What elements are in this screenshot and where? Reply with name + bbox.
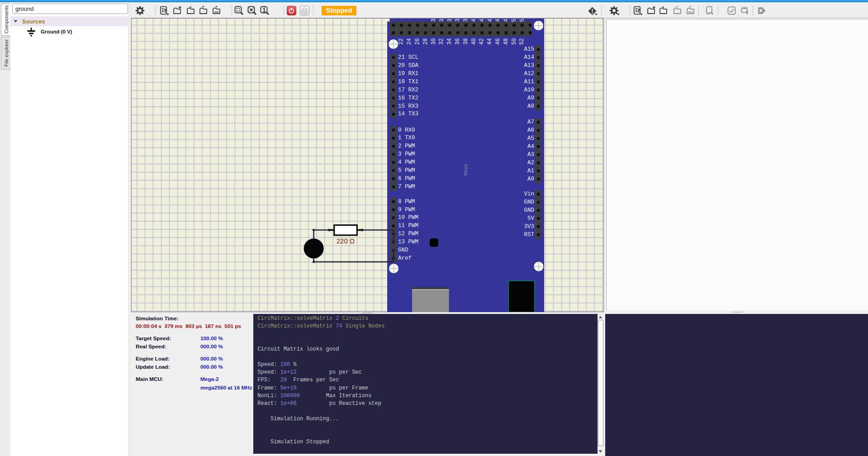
svg-text:3: 3	[439, 19, 445, 22]
svg-text:2 PWM: 2 PWM	[398, 143, 415, 149]
svg-text:5V: 5V	[527, 215, 535, 222]
svg-text:6 PWM: 6 PWM	[398, 176, 415, 182]
svg-text:3: 3	[455, 19, 461, 22]
svg-text:38: 38	[463, 38, 469, 45]
svg-text:A13: A13	[524, 62, 534, 69]
svg-text:16 TX2: 16 TX2	[398, 95, 418, 101]
svg-text:A5: A5	[527, 135, 534, 142]
svg-text:RST: RST	[524, 232, 534, 238]
svg-text:GND: GND	[524, 207, 534, 214]
svg-text:4: 4	[487, 19, 493, 22]
svg-text:14 TX3: 14 TX3	[398, 111, 418, 117]
svg-text:30: 30	[431, 38, 437, 45]
svg-text:4 PWM: 4 PWM	[398, 159, 415, 166]
svg-text:Vin: Vin	[524, 191, 534, 197]
svg-text:9 PWM: 9 PWM	[398, 207, 415, 213]
svg-text:Mega: Mega	[463, 163, 469, 176]
svg-text:3: 3	[463, 19, 469, 22]
svg-text:26: 26	[414, 38, 421, 45]
svg-text:1 TX0: 1 TX0	[398, 135, 415, 141]
svg-text:19 RX1: 19 RX1	[398, 71, 418, 77]
svg-text:20 SDA: 20 SDA	[398, 62, 419, 69]
svg-text:A4: A4	[527, 143, 534, 150]
svg-text:18 TX1: 18 TX1	[398, 79, 418, 85]
svg-text:5: 5	[519, 19, 526, 22]
svg-text:34: 34	[446, 38, 453, 45]
svg-text:32: 32	[439, 38, 445, 45]
svg-text:3: 3	[431, 19, 437, 22]
svg-text:A15: A15	[524, 46, 534, 52]
svg-text:46: 46	[495, 38, 501, 45]
svg-text:44: 44	[487, 38, 493, 45]
svg-text:7 PWM: 7 PWM	[398, 184, 415, 190]
svg-text:3V3: 3V3	[524, 223, 534, 230]
svg-text:28: 28	[422, 38, 429, 45]
svg-text:22: 22	[398, 38, 405, 45]
svg-text:0 RX0: 0 RX0	[398, 127, 415, 133]
svg-text:A1: A1	[527, 168, 534, 174]
svg-text:A11: A11	[524, 79, 534, 85]
svg-text:24: 24	[406, 38, 413, 45]
svg-text:4: 4	[503, 19, 509, 22]
svg-text:52: 52	[519, 38, 526, 45]
svg-text:40: 40	[471, 38, 477, 45]
svg-text:4: 4	[495, 19, 501, 22]
svg-text:A3: A3	[527, 152, 534, 158]
svg-text:42: 42	[479, 38, 485, 45]
svg-text:50: 50	[511, 38, 517, 45]
svg-text:8 PWM: 8 PWM	[398, 199, 415, 205]
svg-text:A8: A8	[527, 103, 534, 109]
svg-text:GND: GND	[398, 247, 408, 253]
svg-text:12 PWM: 12 PWM	[398, 231, 418, 237]
svg-text:A6: A6	[527, 127, 534, 133]
svg-text:A0: A0	[527, 176, 534, 182]
svg-text:GND: GND	[524, 199, 534, 205]
svg-text:3: 3	[447, 19, 453, 22]
svg-text:10 PWM: 10 PWM	[398, 214, 418, 221]
svg-text:48: 48	[503, 38, 509, 45]
svg-text:5 PWM: 5 PWM	[398, 167, 415, 174]
svg-text:3 PWM: 3 PWM	[398, 151, 415, 157]
svg-text:36: 36	[455, 38, 461, 45]
svg-text:A12: A12	[524, 71, 534, 77]
svg-text:Aref: Aref	[398, 255, 412, 261]
svg-text:220 Ω: 220 Ω	[337, 237, 355, 245]
svg-text:15 RX3: 15 RX3	[398, 103, 418, 109]
svg-text:4: 4	[479, 19, 485, 22]
svg-text:A9: A9	[527, 95, 534, 101]
svg-text:4: 4	[471, 19, 477, 22]
svg-text:5: 5	[511, 19, 517, 22]
svg-text:21 SCL: 21 SCL	[398, 54, 418, 61]
svg-text:11 PWM: 11 PWM	[398, 223, 418, 229]
svg-text:13 PWM: 13 PWM	[398, 239, 418, 245]
svg-text:A14: A14	[524, 54, 534, 61]
svg-text:A7: A7	[527, 119, 534, 125]
svg-text:A10: A10	[524, 87, 534, 93]
svg-text:17 RX2: 17 RX2	[398, 87, 418, 93]
svg-text:A2: A2	[527, 160, 534, 166]
